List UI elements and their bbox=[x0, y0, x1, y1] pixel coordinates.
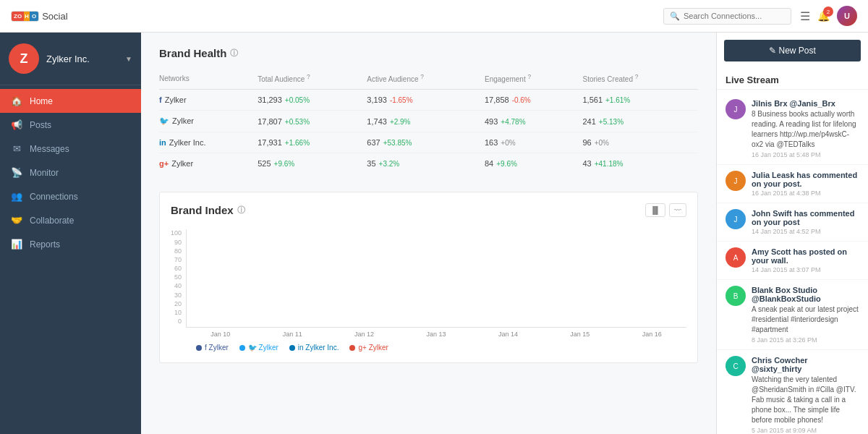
posts-icon: 📢 bbox=[11, 119, 22, 130]
table-row: 🐦Zylker 17,807+0.53% 1,743+2.9% 493+4.78… bbox=[159, 111, 698, 132]
list-item[interactable]: B Blank Box Studio @BlankBoxStudio A sne… bbox=[717, 280, 868, 350]
x-label: Jan 15 bbox=[545, 331, 614, 338]
list-item[interactable]: J John Swift has commented on your post … bbox=[717, 203, 868, 242]
stream-content: John Swift has commented on your post 14… bbox=[752, 209, 859, 235]
chart-container: 100 90 80 70 60 50 40 30 20 10 0 bbox=[171, 226, 686, 338]
stream-content: Blank Box Studio @BlankBoxStudio A sneak… bbox=[752, 286, 859, 344]
gp-legend-dot bbox=[349, 345, 355, 351]
avatar[interactable]: U bbox=[837, 6, 857, 26]
network-cell: 🐦Zylker bbox=[159, 111, 258, 132]
connections-icon: 👥 bbox=[11, 191, 22, 202]
col-stories: Stories Created ? bbox=[582, 70, 698, 90]
sidebar-item-posts[interactable]: 📢 Posts bbox=[0, 113, 141, 137]
stream-content: Amy Scott has posted on your wall. 14 Ja… bbox=[752, 247, 859, 273]
legend-twitter: 🐦 Zylker bbox=[239, 344, 278, 352]
home-icon: 🏠 bbox=[11, 95, 22, 106]
sidebar-item-label: Collaborate bbox=[30, 216, 74, 226]
active-audience: 35+3.2% bbox=[367, 153, 485, 174]
notification-bell[interactable]: 🔔 2 bbox=[817, 10, 830, 22]
y-axis: 100 90 80 70 60 50 40 30 20 10 0 bbox=[171, 229, 186, 338]
col-engagement: Engagement ? bbox=[485, 70, 583, 90]
network-cell: fZylker bbox=[159, 90, 258, 111]
x-label: Jan 12 bbox=[330, 331, 399, 338]
sidebar-item-label: Monitor bbox=[30, 168, 59, 178]
brand-health-table: Networks Total Audience ? Active Audienc… bbox=[159, 70, 698, 174]
stream-avatar: J bbox=[726, 209, 746, 229]
stream-avatar: B bbox=[726, 286, 746, 306]
gp-legend-label: g+ Zylker bbox=[358, 344, 388, 352]
sidebar-item-reports[interactable]: 📊 Reports bbox=[0, 232, 141, 256]
topbar-icons: ☰ 🔔 2 U bbox=[800, 6, 857, 26]
sidebar-item-home[interactable]: 🏠 Home bbox=[0, 89, 141, 113]
legend-facebook: f Zylker bbox=[196, 344, 229, 352]
stream-name: Blank Box Studio @BlankBoxStudio bbox=[752, 286, 859, 303]
stream-text: A sneak peak at our latest project #resi… bbox=[752, 305, 859, 335]
li-legend-dot bbox=[289, 345, 295, 351]
active-audience: 637+53.85% bbox=[367, 132, 485, 153]
engagement: 493+4.78% bbox=[485, 111, 583, 132]
col-active-audience: Active Audience ? bbox=[367, 70, 485, 90]
total-audience: 17,807+0.53% bbox=[258, 111, 367, 132]
li-legend-label: in Zylker Inc. bbox=[298, 344, 339, 352]
live-stream-panel: ✎ New Post Live Stream J Jilnis Brx @Jan… bbox=[716, 33, 868, 434]
notification-count: 2 bbox=[823, 7, 833, 17]
brand-health-section: Brand Health ⓘ Networks Total Audience ?… bbox=[159, 47, 698, 174]
table-row: g+Zylker 525+9.6% 35+3.2% 84+9.6% 43+41.… bbox=[159, 153, 698, 174]
stream-time: 5 Jan 2015 at 9:09 AM bbox=[752, 427, 859, 434]
network-cell: g+Zylker bbox=[159, 153, 258, 174]
line-chart-btn[interactable]: 〰 bbox=[669, 203, 686, 217]
x-label: Jan 14 bbox=[474, 331, 542, 338]
x-label: Jan 11 bbox=[258, 331, 326, 338]
bar-chart-area bbox=[186, 229, 686, 328]
search-input[interactable] bbox=[684, 12, 785, 20]
topbar-right: 🔍 ☰ 🔔 2 U bbox=[663, 6, 857, 26]
engagement: 17,858-0.6% bbox=[485, 90, 583, 111]
stories-created: 241+5.13% bbox=[582, 111, 698, 132]
x-label: Jan 10 bbox=[186, 331, 255, 338]
legend-linkedin: in Zylker Inc. bbox=[289, 344, 339, 352]
active-audience: 1,743+2.9% bbox=[367, 111, 485, 132]
sidebar-item-connections[interactable]: 👥 Connections bbox=[0, 184, 141, 208]
brand-health-title: Brand Health ⓘ bbox=[159, 47, 698, 59]
sidebar-item-label: Messages bbox=[30, 144, 69, 154]
total-audience: 31,293+0.05% bbox=[258, 90, 367, 111]
list-item[interactable]: J Jilnis Brx @Janis_Brx 8 Business books… bbox=[717, 93, 868, 165]
bar-chart-btn[interactable]: ▐▌ bbox=[645, 203, 665, 217]
stream-time: 8 Jan 2015 at 3:26 PM bbox=[752, 336, 859, 344]
messages-icon: ✉ bbox=[11, 143, 22, 154]
stream-name: Chris Cowcher @sixty_thirty bbox=[752, 356, 859, 373]
reports-icon: 📊 bbox=[11, 239, 22, 250]
stream-time: 14 Jan 2015 at 3:07 PM bbox=[752, 266, 859, 273]
topbar-left: ZOHO Social bbox=[11, 11, 68, 22]
stream-time: 16 Jan 2015 at 4:38 PM bbox=[752, 190, 859, 197]
stream-content: Julia Leask has commented on your post. … bbox=[752, 171, 859, 197]
info-icon[interactable]: ⓘ bbox=[237, 205, 245, 216]
live-stream-title: Live Stream bbox=[717, 69, 868, 90]
info-icon[interactable]: ⓘ bbox=[230, 48, 238, 59]
sidebar-item-label: Posts bbox=[30, 120, 51, 130]
sidebar-profile[interactable]: Z Zylker Inc. ▼ bbox=[0, 33, 141, 85]
stream-name: Jilnis Brx @Janis_Brx bbox=[752, 99, 859, 108]
fb-legend-dot bbox=[196, 345, 202, 351]
sidebar-item-label: Connections bbox=[30, 192, 78, 202]
legend-googleplus: g+ Zylker bbox=[349, 344, 388, 352]
search-box[interactable]: 🔍 bbox=[663, 8, 791, 25]
table-row: inZylker Inc. 17,931+1.66% 637+53.85% 16… bbox=[159, 132, 698, 153]
sidebar: Z Zylker Inc. ▼ 🏠 Home 📢 Posts ✉ Message… bbox=[0, 33, 141, 434]
stream-content: Jilnis Brx @Janis_Brx 8 Business books a… bbox=[752, 99, 859, 158]
new-post-button[interactable]: ✎ New Post bbox=[724, 40, 861, 61]
list-item[interactable]: C Chris Cowcher @sixty_thirty Watching t… bbox=[717, 350, 868, 434]
sidebar-nav: 🏠 Home 📢 Posts ✉ Messages 📡 Monitor 👥 bbox=[0, 85, 141, 434]
main-layout: Z Zylker Inc. ▼ 🏠 Home 📢 Posts ✉ Message… bbox=[0, 33, 868, 434]
hamburger-icon[interactable]: ☰ bbox=[800, 9, 810, 23]
sidebar-item-collaborate[interactable]: 🤝 Collaborate bbox=[0, 208, 141, 232]
total-audience: 17,931+1.66% bbox=[258, 132, 367, 153]
fb-legend-label: f Zylker bbox=[205, 344, 229, 352]
stream-text: 8 Business books actually worth reading.… bbox=[752, 109, 859, 150]
stories-created: 1,561+1.61% bbox=[582, 90, 698, 111]
list-item[interactable]: A Amy Scott has posted on your wall. 14 … bbox=[717, 242, 868, 280]
content-area: Brand Health ⓘ Networks Total Audience ?… bbox=[141, 33, 716, 434]
sidebar-item-monitor[interactable]: 📡 Monitor bbox=[0, 161, 141, 184]
list-item[interactable]: J Julia Leask has commented on your post… bbox=[717, 165, 868, 203]
sidebar-item-messages[interactable]: ✉ Messages bbox=[0, 137, 141, 161]
